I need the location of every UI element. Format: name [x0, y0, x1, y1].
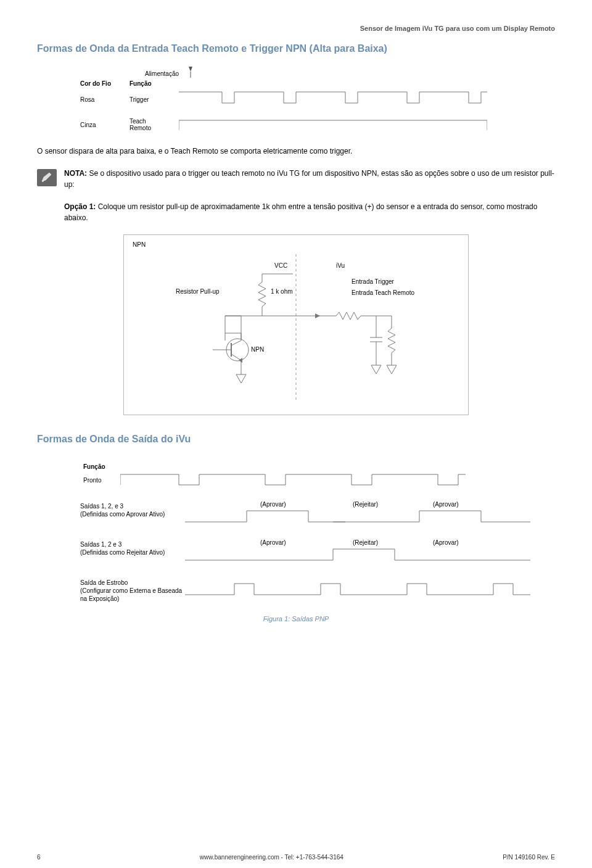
svg-text:Entrada Trigger: Entrada Trigger	[352, 278, 395, 285]
svg-text:Entrada Teach Remoto: Entrada Teach Remoto	[352, 289, 415, 296]
doc-header: Sensor de Imagem iVu TG para uso com um …	[37, 25, 555, 32]
circuit-svg: VCC Resistor Pull-up 1 k ohm iVu Entrada…	[133, 254, 459, 402]
label-pronto: Pronto	[83, 477, 120, 484]
label-estrobo2: (Configurar como Externa e Baseada na Ex…	[80, 587, 182, 602]
footer-page: 6	[37, 854, 41, 861]
label-cinza: Cinza	[80, 118, 130, 128]
svg-text:VCC: VCC	[274, 262, 287, 269]
section1-title: Formas de Onda da Entrada Teach Remoto e…	[37, 43, 555, 54]
label-teach: Teach	[130, 118, 146, 125]
caption-rejeitar-1: (Rejeitar)	[353, 501, 378, 508]
label-teach-remoto: Teach Remoto	[130, 118, 179, 131]
label-estrobo1: Saída de Estrobo	[80, 579, 128, 586]
label-def-aprovar: (Definidas como Aprovar Ativo)	[80, 511, 165, 518]
label-funcao: Função	[130, 80, 179, 87]
note-block: NOTA: Se o dispositivo usado para o trig…	[37, 168, 555, 223]
svg-text:1 k ohm: 1 k ohm	[271, 288, 293, 295]
svg-text:NPN: NPN	[251, 346, 264, 353]
svg-marker-4	[42, 173, 51, 181]
pronto-waveform-icon	[120, 473, 466, 489]
output-waveforms: Função Pronto Saídas 1, 2, e 3 (Definida…	[37, 463, 555, 622]
note-opcao-prefix: Opção 1:	[64, 202, 96, 211]
svg-line-32	[231, 341, 241, 345]
label-saidas-rejeitar: Saídas 1, 2 e 3 (Definidas como Rejeitar…	[80, 540, 185, 556]
caption-rejeitar-2: (Rejeitar)	[353, 539, 378, 546]
section2-title: Formas de Onda de Saída do iVu	[37, 434, 555, 445]
svg-line-38	[231, 354, 241, 360]
footer-right: P/N 149160 Rev. E	[503, 854, 555, 861]
estrobo-waveform-icon	[185, 579, 530, 598]
footer-center: www.bannerengineering.com - Tel: +1-763-…	[200, 854, 343, 861]
circuit-diagram: NPN VCC Resistor Pull-up 1 k ohm iVu Ent…	[123, 234, 469, 415]
caption-aprovar-1: (Aprovar)	[260, 501, 286, 508]
note-prefix: NOTA:	[64, 169, 87, 178]
label-rosa: Rosa	[80, 96, 130, 103]
power-triangle-icon	[185, 65, 493, 79]
label-def-rejeitar: (Definidas como Rejeitar Ativo)	[80, 549, 165, 556]
label-funcao2: Função	[83, 463, 555, 470]
svg-marker-41	[236, 374, 246, 383]
svg-marker-0	[189, 67, 192, 72]
circuit-npn-label: NPN	[133, 241, 459, 248]
caption-aprovar-4: (Aprovar)	[433, 539, 459, 546]
para-sensor-dispara: O sensor dispara de alta para baixa, e o…	[37, 146, 555, 157]
label-saidas123b: Saídas 1, 2 e 3	[80, 541, 121, 548]
label-estrobo: Saída de Estrobo (Configurar como Extern…	[80, 579, 185, 603]
svg-text:iVu: iVu	[336, 262, 345, 269]
label-trigger: Trigger	[130, 96, 179, 103]
label-saidas-aprovar: Saídas 1, 2, e 3 (Definidas como Aprovar…	[80, 502, 185, 518]
note-line1: Se o dispositivo usado para o trigger ou…	[64, 169, 554, 189]
note-opcao-text: Coloque um resistor pull-up de aproximad…	[64, 202, 537, 222]
teach-waveform-icon	[179, 118, 487, 133]
pencil-icon	[37, 169, 57, 186]
svg-marker-39	[239, 358, 242, 363]
caption-aprovar-2: (Aprovar)	[433, 501, 459, 508]
svg-marker-23	[387, 365, 397, 374]
label-remoto: Remoto	[130, 125, 151, 131]
figure-caption: Figura 1: Saídas PNP	[37, 615, 555, 622]
label-alimentacao: Alimentação	[130, 70, 185, 77]
waveform-input-block: Alimentação Cor do Fio Função Rosa Trigg…	[80, 65, 555, 135]
label-cor-do-fio: Cor do Fio	[80, 80, 130, 87]
svg-marker-28	[371, 365, 381, 374]
note-text: NOTA: Se o dispositivo usado para o trig…	[64, 168, 555, 223]
svg-text:Resistor Pull-up: Resistor Pull-up	[176, 288, 220, 295]
label-saidas123a: Saídas 1, 2, e 3	[80, 503, 123, 510]
caption-aprovar-3: (Aprovar)	[260, 539, 286, 546]
trigger-waveform-icon	[179, 89, 487, 107]
page-footer: 6 www.bannerengineering.com - Tel: +1-76…	[37, 854, 555, 861]
